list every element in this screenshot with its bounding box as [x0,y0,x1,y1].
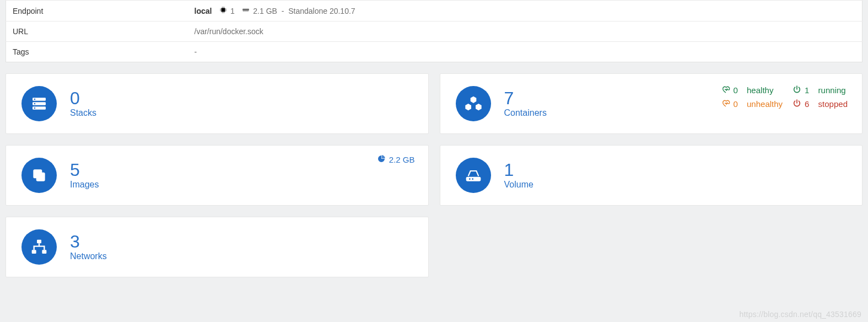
tile-volume[interactable]: 1 Volume [440,145,863,206]
tile-networks[interactable]: 3 Networks [6,217,429,277]
tile-images[interactable]: 5 Images 2.2 GB [6,145,429,206]
networks-icon [21,229,57,265]
watermark: https://blog.csdn.net/qq_43531669 [740,310,861,319]
endpoint-value: local 1 2.1 GB - Standalone 20.10.7 [188,1,862,22]
svg-rect-13 [32,250,36,254]
containers-icon [456,86,491,121]
status-unhealthy: 0 unhealthy [721,99,783,109]
tags-label: Tags [6,42,188,62]
endpoint-label: Endpoint [6,1,188,22]
power-icon [792,85,801,95]
row-tags: Tags - [6,42,862,62]
containers-count: 7 [504,89,547,107]
pie-chart-icon [377,154,386,165]
svg-point-10 [469,178,471,180]
svg-point-6 [34,103,35,104]
images-size-badge: 2.2 GB [377,154,415,165]
stacks-icon [21,86,57,121]
row-endpoint: Endpoint local 1 2.1 GB - Standalone 20.… [6,1,862,22]
url-value: /var/run/docker.sock [188,22,862,42]
volume-icon [456,158,491,193]
containers-label: Containers [504,108,547,118]
status-healthy: 0 healthy [721,85,783,95]
containers-statuses: 0 healthy 1 running 0 unhealthy 6 stoppe… [721,85,848,109]
status-running: 1 running [792,85,848,95]
svg-rect-9 [36,173,45,181]
images-count: 5 [70,161,99,179]
images-icon [21,158,57,193]
stopped-text: stopped [818,99,848,109]
volume-label: Volume [504,180,533,190]
endpoint-info-table: Endpoint local 1 2.1 GB - Standalone 20.… [6,0,862,62]
cpu-icon [219,6,227,14]
endpoint-mode: Standalone 20.10.7 [288,7,355,15]
ram-size: 2.1 GB [253,7,277,15]
networks-label: Networks [70,251,107,261]
tile-stacks[interactable]: 0 Stacks [6,73,429,134]
healthy-text: healthy [747,85,773,95]
networks-count: 3 [70,233,107,250]
power-icon [792,99,801,109]
heartbeat-icon [721,99,730,109]
running-count: 1 [805,85,809,95]
unhealthy-count: 0 [734,99,738,109]
svg-rect-0 [222,8,225,12]
volume-count: 1 [504,161,533,179]
heartbeat-icon [721,85,730,95]
svg-point-5 [34,99,35,100]
images-size: 2.2 GB [389,155,415,164]
endpoint-name: local [195,7,212,15]
url-label: URL [6,22,188,42]
stopped-count: 6 [805,99,809,109]
healthy-count: 0 [734,85,738,95]
svg-rect-1 [243,9,250,11]
images-label: Images [70,180,99,190]
unhealthy-text: unhealthy [747,99,783,109]
cpu-count: 1 [230,7,235,15]
tags-value: - [188,42,862,62]
row-url: URL /var/run/docker.sock [6,22,862,42]
dashboard-tiles: 0 Stacks 7 Containers 0 healthy 1 runnin… [0,62,868,283]
stacks-label: Stacks [70,108,96,118]
svg-point-7 [34,108,35,109]
running-text: running [818,85,846,95]
status-stopped: 6 stopped [792,99,848,109]
svg-rect-14 [42,250,46,254]
svg-rect-12 [37,240,41,244]
memory-icon [242,6,250,14]
svg-point-11 [472,178,473,180]
stacks-count: 0 [70,89,96,107]
tile-containers[interactable]: 7 Containers 0 healthy 1 running 0 unhea… [440,73,863,134]
